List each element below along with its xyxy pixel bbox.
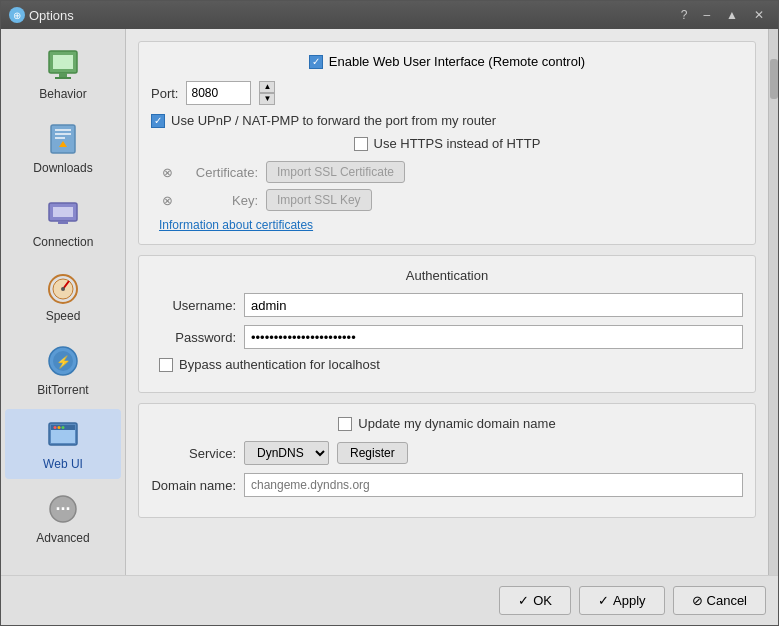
certificate-label: Certificate: xyxy=(183,165,258,180)
dyndns-update-checkbox[interactable] xyxy=(338,417,352,431)
auth-title: Authentication xyxy=(151,268,743,283)
key-icon: ⊗ xyxy=(159,192,175,208)
upnp-row: Use UPnP / NAT-PMP to forward the port f… xyxy=(151,113,743,128)
svg-rect-11 xyxy=(58,221,68,224)
sidebar-item-bittorrent[interactable]: ⚡ BitTorrent xyxy=(5,335,121,405)
key-label: Key: xyxy=(183,193,258,208)
help-button[interactable]: ? xyxy=(675,6,694,24)
dyndns-update-label: Update my dynamic domain name xyxy=(358,416,555,431)
titlebar-left: ⊕ Options xyxy=(9,7,74,23)
svg-rect-2 xyxy=(59,73,67,77)
webui-enable-block: Enable Web User Interface (Remote contro… xyxy=(138,41,756,245)
upnp-checkbox[interactable] xyxy=(151,114,165,128)
svg-point-22 xyxy=(54,426,57,429)
sidebar-item-behavior[interactable]: Behavior xyxy=(5,39,121,109)
apply-button[interactable]: ✓ Apply xyxy=(579,586,665,615)
sidebar-item-speed[interactable]: Speed xyxy=(5,261,121,331)
bittorrent-icon: ⚡ xyxy=(45,343,81,379)
close-button[interactable]: ✕ xyxy=(748,6,770,24)
sidebar-label-webui: Web UI xyxy=(43,457,83,471)
svg-rect-3 xyxy=(55,77,71,79)
window-title: Options xyxy=(29,8,74,23)
sidebar-item-webui[interactable]: Web UI xyxy=(5,409,121,479)
dyndns-block: Update my dynamic domain name Service: D… xyxy=(138,403,756,518)
content-area: Behavior Downloads xyxy=(1,29,778,575)
svg-rect-5 xyxy=(55,129,71,131)
https-label: Use HTTPS instead of HTTP xyxy=(374,136,541,151)
svg-point-23 xyxy=(58,426,61,429)
cancel-button[interactable]: ⊘ Cancel xyxy=(673,586,766,615)
sidebar-item-advanced[interactable]: ··· Advanced xyxy=(5,483,121,553)
svg-text:···: ··· xyxy=(55,499,70,519)
sidebar-label-advanced: Advanced xyxy=(36,531,89,545)
sidebar-label-behavior: Behavior xyxy=(39,87,86,101)
main-panel: Enable Web User Interface (Remote contro… xyxy=(126,29,768,575)
import-certificate-button[interactable]: Import SSL Certificate xyxy=(266,161,405,183)
sidebar: Behavior Downloads xyxy=(1,29,126,575)
minimize-button[interactable]: – xyxy=(697,6,716,24)
svg-text:⚡: ⚡ xyxy=(56,354,71,369)
connection-icon xyxy=(45,195,81,231)
enable-webui-checkbox[interactable] xyxy=(309,55,323,69)
sidebar-label-connection: Connection xyxy=(33,235,94,249)
ok-label: OK xyxy=(533,593,552,608)
password-label: Password: xyxy=(151,330,236,345)
service-row: Service: DynDNS No-IP Register xyxy=(151,441,743,465)
username-label: Username: xyxy=(151,298,236,313)
ok-icon: ✓ xyxy=(518,593,529,608)
username-input[interactable] xyxy=(244,293,743,317)
sidebar-label-speed: Speed xyxy=(46,309,81,323)
port-input[interactable] xyxy=(186,81,251,105)
svg-point-15 xyxy=(61,287,65,291)
import-key-button[interactable]: Import SSL Key xyxy=(266,189,372,211)
port-down-button[interactable]: ▼ xyxy=(259,93,275,105)
domain-row: Domain name: xyxy=(151,473,743,497)
apply-label: Apply xyxy=(613,593,646,608)
certificates-info-link[interactable]: Information about certificates xyxy=(159,218,313,232)
https-checkbox[interactable] xyxy=(354,137,368,151)
password-row: Password: xyxy=(151,325,743,349)
behavior-icon xyxy=(45,47,81,83)
https-row: Use HTTPS instead of HTTP xyxy=(151,136,743,151)
sidebar-item-connection[interactable]: Connection xyxy=(5,187,121,257)
service-label: Service: xyxy=(151,446,236,461)
svg-point-24 xyxy=(62,426,65,429)
advanced-icon: ··· xyxy=(45,491,81,527)
auth-block: Authentication Username: Password: Bypas… xyxy=(138,255,756,393)
certificate-icon: ⊗ xyxy=(159,164,175,180)
sidebar-item-downloads[interactable]: Downloads xyxy=(5,113,121,183)
ok-button[interactable]: ✓ OK xyxy=(499,586,571,615)
options-window: ⊕ Options ? – ▲ ✕ Behavior xyxy=(0,0,779,626)
upnp-label: Use UPnP / NAT-PMP to forward the port f… xyxy=(171,113,496,128)
username-row: Username: xyxy=(151,293,743,317)
speed-icon xyxy=(45,269,81,305)
password-input[interactable] xyxy=(244,325,743,349)
titlebar-controls: ? – ▲ ✕ xyxy=(675,6,770,24)
downloads-icon xyxy=(45,121,81,157)
svg-rect-6 xyxy=(55,133,71,135)
port-row: Port: ▲ ▼ xyxy=(151,81,743,105)
app-icon: ⊕ xyxy=(9,7,25,23)
dyndns-update-row: Update my dynamic domain name xyxy=(151,416,743,431)
sidebar-label-downloads: Downloads xyxy=(33,161,92,175)
enable-webui-label: Enable Web User Interface (Remote contro… xyxy=(329,54,585,69)
port-label: Port: xyxy=(151,86,178,101)
service-select[interactable]: DynDNS No-IP xyxy=(244,441,329,465)
domain-label: Domain name: xyxy=(151,478,236,493)
maximize-button[interactable]: ▲ xyxy=(720,6,744,24)
svg-rect-7 xyxy=(55,137,65,139)
domain-input[interactable] xyxy=(244,473,743,497)
certificate-row: ⊗ Certificate: Import SSL Certificate xyxy=(151,161,743,183)
scrollbar-track[interactable] xyxy=(768,29,778,575)
cancel-label: Cancel xyxy=(707,593,747,608)
apply-icon: ✓ xyxy=(598,593,609,608)
svg-rect-1 xyxy=(53,55,73,69)
port-up-button[interactable]: ▲ xyxy=(259,81,275,93)
scrollbar-thumb[interactable] xyxy=(770,59,778,99)
register-button[interactable]: Register xyxy=(337,442,408,464)
port-spinner: ▲ ▼ xyxy=(259,81,275,105)
sidebar-label-bittorrent: BitTorrent xyxy=(37,383,88,397)
bypass-checkbox[interactable] xyxy=(159,358,173,372)
titlebar: ⊕ Options ? – ▲ ✕ xyxy=(1,1,778,29)
webui-icon xyxy=(45,417,81,453)
